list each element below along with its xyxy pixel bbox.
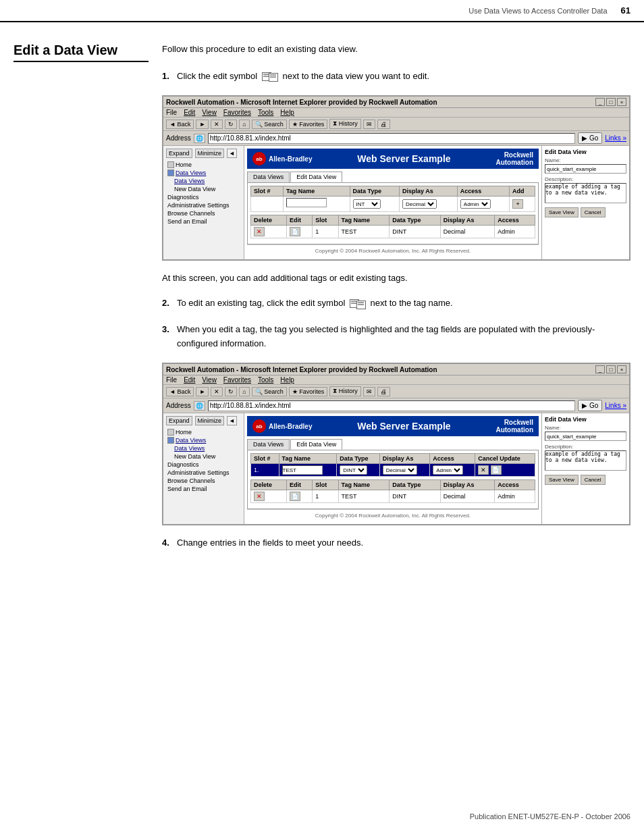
- sidebar-dataviews-sub-1[interactable]: Data Views: [166, 177, 241, 185]
- refresh-btn-1[interactable]: ↻: [225, 120, 237, 129]
- edit-row-btn-1[interactable]: 📄: [290, 227, 300, 236]
- address-input-2[interactable]: [208, 400, 576, 411]
- history-btn-2[interactable]: ⧗ History: [329, 386, 361, 396]
- tab-dataviews-2[interactable]: Data Views: [247, 439, 290, 450]
- back-btn-2[interactable]: ◄ Back: [166, 387, 194, 396]
- sidebar-dataviews-sub-2[interactable]: Data Views: [166, 444, 241, 452]
- access-select-1[interactable]: Admin: [460, 199, 491, 209]
- datatype-select-1[interactable]: INT DINT: [353, 199, 381, 209]
- menu-file-2[interactable]: File: [166, 376, 177, 384]
- menu-file-1[interactable]: File: [166, 109, 177, 116]
- cancel-btn-2[interactable]: Cancel: [581, 475, 606, 485]
- back-btn-1[interactable]: ◄ Back: [166, 120, 194, 129]
- sidebar-home-1[interactable]: Home: [166, 161, 241, 169]
- th-datatype3-2: Data Type: [390, 480, 441, 490]
- displayas-select-1[interactable]: Decimal: [402, 199, 437, 209]
- tab-editdataview-1[interactable]: Edit Data View: [290, 172, 342, 182]
- sidebar-diagnostics-2[interactable]: Diagnostics: [166, 461, 241, 469]
- links-label-1[interactable]: Links »: [605, 134, 626, 142]
- panel-desc-textarea-1[interactable]: example of adding a tag to a new data vi…: [545, 183, 626, 203]
- go-btn-1[interactable]: ▶ Go: [578, 132, 602, 144]
- edit-datatype-select-2[interactable]: DINT: [340, 465, 367, 475]
- go-btn-2[interactable]: ▶ Go: [578, 400, 602, 411]
- page-footer: Publication ENET-UM527E-EN-P - October 2…: [470, 812, 630, 820]
- add-icon-btn-1[interactable]: +: [512, 199, 523, 209]
- sidebar-dataviews-1[interactable]: Data Views: [166, 169, 241, 177]
- print-btn-1[interactable]: 🖨: [377, 120, 390, 129]
- edit-displayas-select-2[interactable]: Decimal: [383, 465, 417, 475]
- sidebar-admin-1[interactable]: Administrative Settings: [166, 201, 241, 209]
- expand-btn-2[interactable]: Expand: [166, 416, 192, 425]
- forward-btn-1[interactable]: ►: [196, 120, 209, 129]
- sidebar-home-2[interactable]: Home: [166, 428, 241, 436]
- minimize-btn-1[interactable]: _: [595, 98, 605, 106]
- sidebar-browse-1[interactable]: Browse Channels: [166, 209, 241, 217]
- tab-dataviews-1[interactable]: Data Views: [247, 172, 290, 182]
- cancel-btn-1[interactable]: Cancel: [581, 207, 606, 217]
- minimize-sidebar-btn-1[interactable]: Minimize: [195, 149, 225, 158]
- sidebar-newdataview-1[interactable]: New Data View: [166, 185, 241, 193]
- panel-name-input-1[interactable]: [545, 164, 626, 174]
- sidebar-email-2[interactable]: Send an Email: [166, 485, 241, 493]
- links-label-2[interactable]: Links »: [605, 402, 626, 409]
- menu-edit-2[interactable]: Edit: [184, 376, 195, 384]
- expand-btn-1[interactable]: Expand: [166, 149, 192, 158]
- refresh-btn-2[interactable]: ↻: [225, 387, 237, 396]
- minimize-sidebar-btn-2[interactable]: Minimize: [195, 416, 225, 425]
- home-btn-2[interactable]: ⌂: [239, 387, 249, 396]
- sidebar-email-1[interactable]: Send an Email: [166, 217, 241, 226]
- save-view-btn-2[interactable]: Save View: [545, 475, 579, 485]
- menu-view-2[interactable]: View: [202, 376, 217, 384]
- cancel-update-btn-2[interactable]: ✕: [478, 465, 489, 475]
- panel-name-input-2[interactable]: [545, 432, 626, 441]
- collapse-btn-2[interactable]: ◄: [227, 416, 237, 425]
- delete-btn-2[interactable]: ✕: [254, 492, 265, 501]
- menu-edit-1[interactable]: Edit: [184, 109, 195, 116]
- save-view-btn-1[interactable]: Save View: [545, 207, 579, 217]
- menu-tools-2[interactable]: Tools: [258, 376, 273, 384]
- stop-btn-2[interactable]: ✕: [211, 387, 223, 396]
- sidebar-admin-2[interactable]: Administrative Settings: [166, 469, 241, 477]
- tab-editdataview-2[interactable]: Edit Data View: [290, 439, 342, 450]
- maximize-btn-2[interactable]: □: [606, 365, 616, 373]
- sidebar-browse-2[interactable]: Browse Channels: [166, 477, 241, 485]
- close-btn-1[interactable]: ×: [617, 98, 626, 106]
- delete-btn-1[interactable]: ✕: [254, 227, 265, 236]
- table-row: ✕ 📄 1 TEST DINT Decimal Admin: [251, 490, 535, 503]
- menu-favorites-2[interactable]: Favorites: [223, 376, 251, 384]
- sidebar-diagnostics-1[interactable]: Diagnostics: [166, 193, 241, 201]
- minimize-btn-2[interactable]: _: [595, 365, 605, 373]
- address-bar-2: Address 🌐 ▶ Go Links »: [163, 398, 629, 413]
- close-btn-2[interactable]: ×: [617, 365, 626, 373]
- menu-help-1[interactable]: Help: [280, 109, 294, 116]
- edit-access-select-2[interactable]: Admin: [433, 465, 463, 475]
- favorites-btn-2[interactable]: ★ Favorites: [289, 387, 328, 396]
- menu-favorites-1[interactable]: Favorites: [223, 109, 251, 116]
- tag-name-input-1[interactable]: [286, 198, 327, 207]
- maximize-btn-1[interactable]: □: [606, 98, 616, 106]
- home-icon-sidebar-1: [167, 161, 174, 168]
- edit-confirm-btn-2[interactable]: 📄: [491, 465, 502, 475]
- home-btn-1[interactable]: ⌂: [239, 120, 249, 129]
- print-btn-2[interactable]: 🖨: [377, 387, 390, 396]
- sidebar-dataviews-2[interactable]: Data Views: [166, 436, 241, 444]
- stop-btn-1[interactable]: ✕: [211, 120, 223, 129]
- address-input-1[interactable]: [208, 133, 576, 144]
- browser-body-2: Expand Minimize ◄ Home Data Views Data V…: [163, 413, 629, 524]
- menu-tools-1[interactable]: Tools: [258, 109, 273, 116]
- search-btn-2[interactable]: 🔍 Search: [252, 387, 287, 396]
- mail-btn-2[interactable]: ✉: [363, 387, 375, 396]
- history-btn-1[interactable]: ⧗ History: [329, 119, 361, 129]
- forward-btn-2[interactable]: ►: [196, 387, 209, 396]
- search-btn-1[interactable]: 🔍 Search: [252, 120, 287, 129]
- sidebar-newdataview-2[interactable]: New Data View: [166, 452, 241, 461]
- panel-desc-textarea-2[interactable]: example of adding a tag to a new data vi…: [545, 450, 626, 471]
- favorites-btn-1[interactable]: ★ Favorites: [289, 120, 328, 129]
- edit-tagname-input-2[interactable]: [282, 465, 323, 475]
- menu-view-1[interactable]: View: [202, 109, 217, 116]
- address-label-2: Address: [166, 402, 191, 409]
- mail-btn-1[interactable]: ✉: [363, 120, 375, 129]
- menu-help-2[interactable]: Help: [280, 376, 294, 384]
- collapse-btn-1[interactable]: ◄: [227, 149, 237, 158]
- edit-row-btn-2[interactable]: 📄: [290, 492, 300, 501]
